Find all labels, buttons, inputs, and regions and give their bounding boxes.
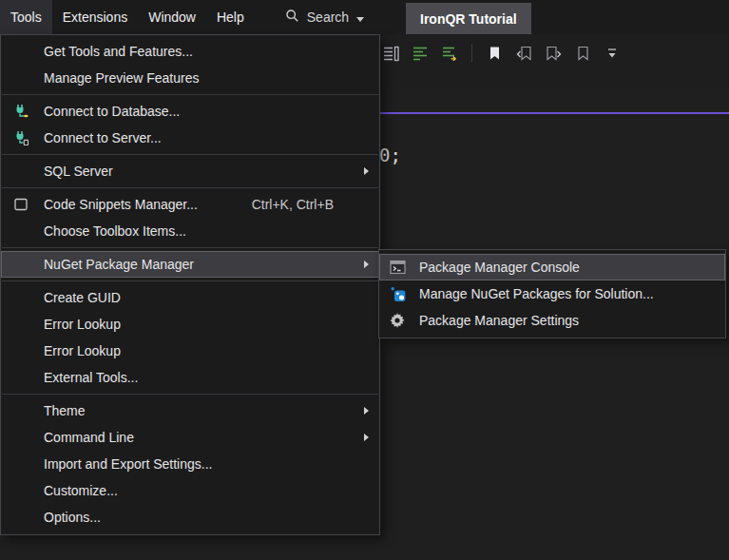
- caret-down-icon: [356, 10, 364, 25]
- menu-separator: [2, 154, 378, 155]
- comment-lines-icon[interactable]: [410, 44, 431, 63]
- menu-item-nuget-package-manager[interactable]: NuGet Package Manager: [1, 251, 379, 278]
- submenu-arrow-icon: [364, 407, 369, 415]
- bookmark-previous-icon[interactable]: [513, 44, 534, 63]
- menu-item-label: Options...: [44, 510, 101, 525]
- menu-item-label: Get Tools and Features...: [44, 44, 193, 59]
- menu-item-label: Package Manager Console: [419, 260, 580, 275]
- search-control[interactable]: Search: [279, 0, 370, 34]
- menubar-item-help[interactable]: Help: [206, 0, 255, 34]
- menu-item-label: Connect to Server...: [44, 130, 162, 145]
- bookmark-next-icon[interactable]: [543, 44, 564, 63]
- menu-item-create-guid[interactable]: Create GUID: [1, 284, 379, 311]
- code-snippets-icon: [11, 197, 30, 212]
- menu-item-label: SQL Server: [44, 164, 113, 179]
- menu-separator: [2, 247, 378, 248]
- toolbar-separator: [471, 44, 472, 63]
- menu-item-options[interactable]: Options...: [1, 504, 379, 531]
- menu-item-connect-to-server[interactable]: Connect to Server...: [1, 125, 379, 151]
- menu-item-label: Code Snippets Manager...: [44, 197, 198, 212]
- tools-menu-dropdown: Get Tools and Features...Manage Preview …: [0, 34, 380, 535]
- menubar-item-window[interactable]: Window: [138, 0, 206, 34]
- menubar: ToolsExtensionsWindowHelp Search: [0, 0, 729, 34]
- nuget-icon: [388, 286, 407, 302]
- menu-item-label: Customize...: [44, 483, 118, 498]
- search-label: Search: [307, 10, 349, 25]
- menu-item-label: External Tools...: [44, 370, 138, 385]
- menu-item-connect-to-database[interactable]: Connect to Database...: [1, 98, 379, 125]
- menubar-item-extensions[interactable]: Extensions: [52, 0, 138, 34]
- menu-item-manage-preview-features[interactable]: Manage Preview Features: [1, 65, 379, 91]
- submenu-arrow-icon: [364, 167, 369, 175]
- menu-separator: [2, 394, 378, 395]
- menu-item-label: Error Lookup: [44, 317, 121, 332]
- window-title-button[interactable]: IronQR Tutorial: [406, 3, 531, 34]
- menu-item-label: Import and Export Settings...: [44, 456, 212, 472]
- line-structure-icon[interactable]: [380, 44, 401, 63]
- submenu-item-manage-nuget-packages-for-solution[interactable]: Manage NuGet Packages for Solution...: [379, 280, 725, 307]
- menu-item-label: Create GUID: [44, 290, 121, 305]
- search-icon: [285, 9, 299, 26]
- menu-item-theme[interactable]: Theme: [1, 397, 379, 424]
- menu-item-label: Theme: [44, 403, 86, 418]
- connect-database-icon: [11, 103, 30, 120]
- submenu-arrow-icon: [364, 261, 369, 268]
- menu-item-label: Manage Preview Features: [44, 70, 199, 86]
- menu-separator: [2, 187, 378, 188]
- menu-item-shortcut: Ctrl+K, Ctrl+B: [252, 197, 356, 212]
- menu-item-label: Connect to Database...: [44, 104, 180, 119]
- menu-item-label: Package Manager Settings: [419, 313, 579, 328]
- menu-item-label: Error Lookup: [44, 343, 121, 358]
- menu-item-import-and-export-settings[interactable]: Import and Export Settings...: [1, 451, 379, 477]
- gear-icon: [388, 313, 407, 328]
- nuget-submenu: Package Manager ConsoleManage NuGet Pack…: [378, 249, 726, 338]
- menu-item-error-lookup[interactable]: Error Lookup: [1, 311, 379, 338]
- console-icon: [388, 261, 407, 275]
- menu-item-external-tools[interactable]: External Tools...: [1, 364, 379, 391]
- menu-separator: [2, 94, 378, 95]
- toolbar-overflow-icon[interactable]: [602, 44, 623, 63]
- menubar-item-tools[interactable]: Tools: [0, 0, 52, 34]
- uncomment-lines-icon[interactable]: [439, 44, 460, 63]
- submenu-item-package-manager-console[interactable]: Package Manager Console: [379, 254, 725, 280]
- menu-item-label: Choose Toolbox Items...: [44, 223, 186, 239]
- bookmark-toggle-icon[interactable]: [484, 44, 505, 63]
- code-fragment: 0;: [379, 145, 401, 165]
- menu-item-label: Command Line: [44, 430, 134, 445]
- menu-item-customize[interactable]: Customize...: [1, 477, 379, 504]
- menu-item-label: NuGet Package Manager: [44, 257, 194, 272]
- menu-item-error-lookup[interactable]: Error Lookup: [1, 338, 379, 364]
- menu-item-code-snippets-manager[interactable]: Code Snippets Manager...Ctrl+K, Ctrl+B: [1, 191, 379, 218]
- menu-item-label: Manage NuGet Packages for Solution...: [419, 286, 654, 301]
- menu-separator: [2, 280, 378, 281]
- menu-item-sql-server[interactable]: SQL Server: [1, 158, 379, 184]
- connect-server-icon: [11, 129, 30, 146]
- submenu-arrow-icon: [364, 434, 369, 441]
- menu-item-choose-toolbox-items[interactable]: Choose Toolbox Items...: [1, 218, 379, 244]
- bookmark-clear-icon[interactable]: [572, 44, 593, 63]
- menu-item-command-line[interactable]: Command Line: [1, 424, 379, 451]
- submenu-item-package-manager-settings[interactable]: Package Manager Settings: [379, 307, 725, 334]
- menu-item-get-tools-and-features[interactable]: Get Tools and Features...: [1, 38, 379, 65]
- window-title-label: IronQR Tutorial: [420, 11, 517, 27]
